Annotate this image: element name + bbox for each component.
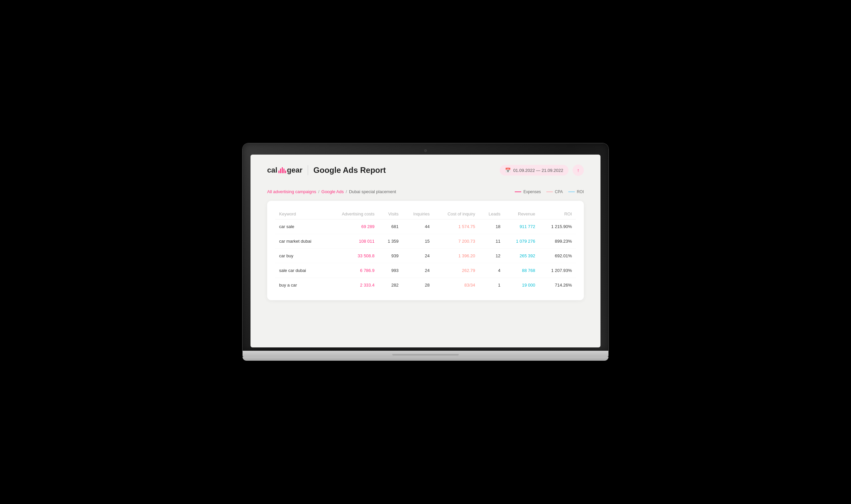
logo-text-right: gear [287,166,302,175]
legend-line-expenses [515,192,521,192]
legend-label-expenses: Expenses [523,190,541,194]
table-row: car sale 69 289 681 44 1 574.75 18 911 7… [275,219,576,234]
cell-advertising-costs: 108 011 [326,234,378,249]
cell-leads: 11 [479,234,504,249]
camera-notch [424,149,427,152]
header: cal gear Google Ads Report [267,165,584,176]
cell-visits: 939 [379,249,402,263]
upload-button[interactable]: ↑ [573,165,584,176]
breadcrumb-link-google-ads[interactable]: Google Ads [322,189,344,194]
logo-text-left: cal [267,166,277,175]
cell-revenue: 1 079 276 [504,234,539,249]
calendar-icon: 📅 [505,167,511,173]
laptop-stand [243,357,608,361]
cell-keyword: sale car dubai [275,263,326,278]
logo-bar-2 [280,168,281,173]
cell-cost-of-inquiry: 1 396.20 [433,249,479,263]
logo-section: cal gear Google Ads Report [267,165,386,175]
col-header-revenue: Revenue [504,209,539,219]
cell-visits: 1 359 [379,234,402,249]
cell-inquiries: 15 [402,234,433,249]
logo-bar-3 [282,167,283,173]
cell-advertising-costs: 6 786.9 [326,263,378,278]
data-table: Keyword Advertising costs Visits Inquiri… [275,209,576,292]
cell-inquiries: 24 [402,249,433,263]
breadcrumb-current: Dubai special placement [349,189,396,194]
cell-roi: 899.23% [539,234,576,249]
legend-item-cpa: CPA [546,190,563,194]
table-row: sale car dubai 6 786.9 993 24 262.79 4 8… [275,263,576,278]
breadcrumb-separator-1: / [318,189,319,194]
table-row: buy a car 2 333.4 282 28 83/34 1 19 000 … [275,278,576,292]
logo: cal gear [267,166,302,175]
col-header-inquiries: Inquiries [402,209,433,219]
table-row: car buy 33 508.8 939 24 1 396.20 12 265 … [275,249,576,263]
breadcrumb-link-all-campaigns[interactable]: All advertising campaigns [267,189,316,194]
col-header-cost-of-inquiry: Cost of inquiry [433,209,479,219]
table-card: Keyword Advertising costs Visits Inquiri… [267,201,584,300]
col-header-advertising-costs: Advertising costs [326,209,378,219]
logo-bar-1 [278,170,279,173]
logo-divider [308,165,308,175]
cell-roi: 714.26% [539,278,576,292]
cell-leads: 4 [479,263,504,278]
col-header-roi: ROI [539,209,576,219]
logo-bar-5 [285,170,286,173]
cell-visits: 993 [379,263,402,278]
cell-roi: 1 207.93% [539,263,576,278]
cell-cost-of-inquiry: 1 574.75 [433,219,479,234]
col-header-leads: Leads [479,209,504,219]
upload-icon: ↑ [577,167,579,173]
cell-inquiries: 24 [402,263,433,278]
laptop-base [243,351,608,357]
legend-label-cpa: CPA [555,190,563,194]
cell-roi: 692.01% [539,249,576,263]
legend-item-roi: ROI [568,190,584,194]
logo-bars-icon [278,167,286,173]
cell-cost-of-inquiry: 83/34 [433,278,479,292]
table-header-row: Keyword Advertising costs Visits Inquiri… [275,209,576,219]
breadcrumb-section: All advertising campaigns / Google Ads /… [267,189,584,194]
cell-advertising-costs: 2 333.4 [326,278,378,292]
cell-visits: 282 [379,278,402,292]
legend: Expenses CPA ROI [515,190,584,194]
cell-revenue: 19 000 [504,278,539,292]
cell-keyword: buy a car [275,278,326,292]
cell-revenue: 911 772 [504,219,539,234]
col-header-keyword: Keyword [275,209,326,219]
cell-keyword: car sale [275,219,326,234]
legend-line-roi [568,192,575,192]
page-title: Google Ads Report [313,165,386,175]
header-right: 📅 01.09.2022 — 21.09.2022 ↑ [500,165,584,176]
cell-advertising-costs: 33 508.8 [326,249,378,263]
cell-leads: 1 [479,278,504,292]
cell-revenue: 88 768 [504,263,539,278]
cell-advertising-costs: 69 289 [326,219,378,234]
cell-cost-of-inquiry: 262.79 [433,263,479,278]
cell-leads: 18 [479,219,504,234]
cell-keyword: car buy [275,249,326,263]
breadcrumb: All advertising campaigns / Google Ads /… [267,189,396,194]
breadcrumb-separator-2: / [346,189,347,194]
legend-label-roi: ROI [577,190,584,194]
cell-roi: 1 215.90% [539,219,576,234]
col-header-visits: Visits [379,209,402,219]
cell-inquiries: 28 [402,278,433,292]
table-row: car market dubai 108 011 1 359 15 7 200.… [275,234,576,249]
date-range-text: 01.09.2022 — 21.09.2022 [513,168,563,173]
date-range-badge[interactable]: 📅 01.09.2022 — 21.09.2022 [500,165,569,176]
legend-item-expenses: Expenses [515,190,541,194]
cell-revenue: 265 392 [504,249,539,263]
legend-line-cpa [546,192,553,192]
cell-inquiries: 44 [402,219,433,234]
cell-visits: 681 [379,219,402,234]
cell-leads: 12 [479,249,504,263]
cell-cost-of-inquiry: 7 200.73 [433,234,479,249]
logo-bar-4 [283,168,284,173]
cell-keyword: car market dubai [275,234,326,249]
